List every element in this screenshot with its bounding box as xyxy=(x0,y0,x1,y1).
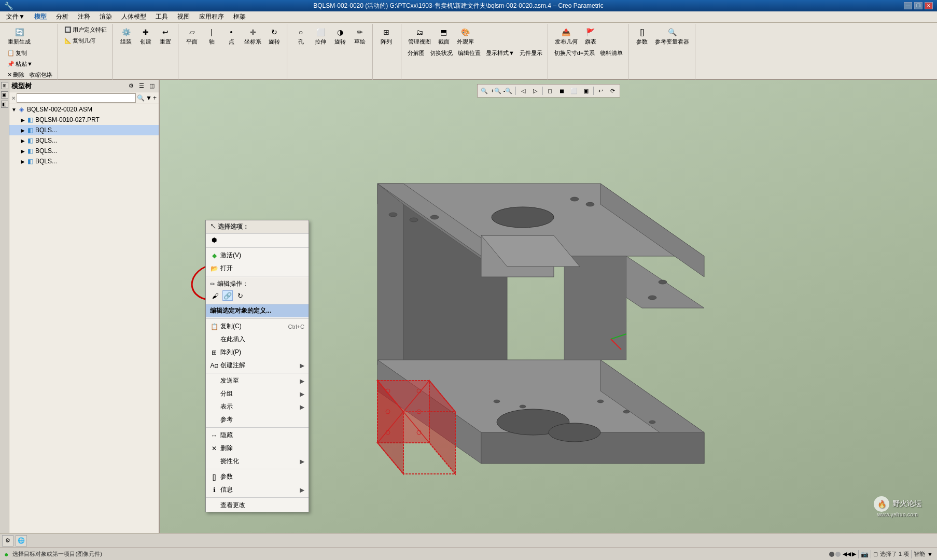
btn-section[interactable]: ⬒ 截面 xyxy=(435,25,453,47)
menu-file[interactable]: 文件▼ xyxy=(2,11,29,22)
ctx-delete[interactable]: ✕ 删除 xyxy=(206,442,309,455)
ctx-array[interactable]: ⊞ 阵列(P) xyxy=(206,346,309,359)
view-normal-btn[interactable]: ◻ xyxy=(544,86,556,96)
btn-axis[interactable]: | 轴 xyxy=(202,25,221,47)
play-back-btn[interactable]: ◀◀ xyxy=(843,551,851,557)
btn-copy-geo[interactable]: 📐 复制几何 xyxy=(62,36,97,46)
ctx-edit-link-btn[interactable]: 🔗 xyxy=(222,290,233,301)
tree-item-5[interactable]: ▶ ◧ BQLS... xyxy=(9,156,159,166)
tree-expand-root[interactable]: ▼ xyxy=(11,107,17,113)
ctx-view-changes[interactable]: 查看更改 xyxy=(206,499,309,512)
view-extra-btn[interactable]: ⟳ xyxy=(607,86,619,96)
zoom-in-btn[interactable]: +🔍 xyxy=(491,86,502,96)
ctx-info[interactable]: ℹ 信息 ▶ xyxy=(206,483,309,496)
minimize-button[interactable]: — xyxy=(904,2,912,9)
btn-extrude[interactable]: ⬜ 拉伸 xyxy=(311,25,330,47)
btn-delete[interactable]: ✕ 删除 xyxy=(5,70,26,80)
sidebar-settings-btn[interactable]: ⚙ xyxy=(127,81,136,91)
btn-hole[interactable]: ○ 孔 xyxy=(291,25,310,47)
menu-analysis[interactable]: 分析 xyxy=(52,11,73,22)
btn-shrink[interactable]: 收缩包络 xyxy=(27,70,54,80)
sidebar-list-btn[interactable]: ☰ xyxy=(137,81,146,91)
select-filter-btn[interactable]: ◻ xyxy=(873,551,878,557)
btn-point[interactable]: • 点 xyxy=(222,25,241,47)
ctx-parameterize[interactable]: 挠性化 ▶ xyxy=(206,455,309,468)
ctx-select-option[interactable]: ⬢ xyxy=(206,234,309,246)
nav-dropdown-btn[interactable]: ▼ xyxy=(927,551,933,557)
search-x-btn[interactable]: ✕ xyxy=(11,95,16,101)
btn-rotate[interactable]: ↻ 旋转 xyxy=(265,25,284,47)
bottom-btn-1[interactable]: ⚙ xyxy=(2,535,13,547)
camera-btn[interactable]: 📷 xyxy=(861,551,869,558)
view-wire-btn[interactable]: ⬜ xyxy=(568,86,580,96)
ctx-create-note[interactable]: Aα 创建注解 ▶ xyxy=(206,359,309,372)
ctx-ref[interactable]: 参考 xyxy=(206,413,309,426)
tree-item-root[interactable]: ▼ ◈ BQLSM-002-0020.ASM xyxy=(9,104,159,115)
btn-create[interactable]: ✚ 创建 xyxy=(136,25,155,47)
search-input[interactable] xyxy=(17,93,136,103)
add-icon[interactable]: + xyxy=(153,94,157,102)
btn-ref-viewer[interactable]: 🔍 参考变量看器 xyxy=(652,25,692,47)
ctx-edit-brush-btn[interactable]: 🖌 xyxy=(210,290,220,301)
prev-view-btn[interactable]: ◁ xyxy=(518,86,529,96)
btn-params[interactable]: [] 参数 xyxy=(633,25,651,47)
ctx-edit-def[interactable]: 编辑选定对象的定义... xyxy=(206,304,309,317)
btn-user-feature[interactable]: 🔲 用户定义特征 xyxy=(62,25,109,35)
view-shaded-btn[interactable]: ◼ xyxy=(556,86,568,96)
play-btn[interactable]: ▶ xyxy=(852,551,856,557)
ctx-insert[interactable]: 在此插入 xyxy=(206,333,309,346)
tree-item-1[interactable]: ▶ ◧ BQLSM-0010-027.PRT xyxy=(9,115,159,125)
ctx-send-to[interactable]: 发送至 ▶ xyxy=(206,374,309,387)
ctx-open[interactable]: 📂 打开 xyxy=(206,262,309,275)
menu-annotation[interactable]: 注释 xyxy=(74,11,94,22)
search-icon[interactable]: 🔍 xyxy=(137,94,145,102)
btn-pattern[interactable]: ⊞ 阵列 xyxy=(377,25,396,47)
ctx-group[interactable]: 分组 ▶ xyxy=(206,387,309,400)
btn-flag[interactable]: 🚩 旗表 xyxy=(581,25,600,47)
btn-assemble[interactable]: ⚙️ 组装 xyxy=(117,25,135,47)
btn-explode[interactable]: 分解图 xyxy=(405,48,427,58)
btn-regenerate[interactable]: 🔄 重新生成 xyxy=(5,25,33,47)
ctx-edit-rotate-btn[interactable]: ↻ xyxy=(235,290,245,301)
ctx-params[interactable]: [] 参数 xyxy=(206,470,309,483)
tree-item-4[interactable]: ▶ ◧ BQLS... xyxy=(9,146,159,156)
sidebar-expand-btn[interactable]: ◫ xyxy=(147,81,157,91)
tree-item-3[interactable]: ▶ ◧ BQLS... xyxy=(9,135,159,146)
filter-icon[interactable]: ▼ xyxy=(146,94,152,102)
menu-frame[interactable]: 框架 xyxy=(229,11,250,22)
ctx-activate[interactable]: ◆ 激活(V) xyxy=(206,249,309,262)
close-button[interactable]: ✕ xyxy=(925,2,933,9)
btn-manage-views[interactable]: 🗂 管理视图 xyxy=(405,25,433,47)
btn-revolve[interactable]: ◑ 旋转 xyxy=(331,25,349,47)
menu-tools[interactable]: 工具 xyxy=(151,11,172,22)
btn-comp-display[interactable]: 元件显示 xyxy=(518,48,544,58)
menu-human[interactable]: 人体模型 xyxy=(117,11,150,22)
btn-appearance[interactable]: 🎨 外观库 xyxy=(454,25,477,47)
view-spin-btn[interactable]: ↩ xyxy=(595,86,607,96)
btn-bom[interactable]: 物料清单 xyxy=(598,48,625,58)
btn-coord[interactable]: ✛ 坐标系 xyxy=(242,25,264,47)
restore-button[interactable]: ❐ xyxy=(914,2,922,9)
btn-plane[interactable]: ▱ 平面 xyxy=(183,25,201,47)
left-strip-btn3[interactable]: ◧ xyxy=(1,101,8,108)
btn-reset[interactable]: ↩ 重置 xyxy=(156,25,175,47)
ctx-display[interactable]: 表示 ▶ xyxy=(206,400,309,413)
next-view-btn[interactable]: ▷ xyxy=(529,86,541,96)
menu-model[interactable]: 模型 xyxy=(30,11,51,22)
tree-expand-4[interactable]: ▶ xyxy=(21,148,25,154)
left-strip-btn1[interactable]: ⊞ xyxy=(1,82,8,89)
btn-toggle-state[interactable]: 切换状况 xyxy=(428,48,455,58)
ctx-hide[interactable]: ↔ 隐藏 xyxy=(206,429,309,442)
menu-view[interactable]: 视图 xyxy=(173,11,194,22)
tree-expand-2[interactable]: ▶ xyxy=(21,128,25,133)
zoom-out-btn[interactable]: -🔍 xyxy=(502,86,514,96)
btn-publish-geo[interactable]: 📤 发布几何 xyxy=(552,25,580,47)
btn-edit-pos[interactable]: 编辑位置 xyxy=(456,48,483,58)
menu-render[interactable]: 渲染 xyxy=(95,11,116,22)
btn-paste[interactable]: 📌 粘贴▼ xyxy=(5,59,35,69)
view-hidden-btn[interactable]: ▣ xyxy=(580,86,592,96)
tree-expand-1[interactable]: ▶ xyxy=(21,117,25,123)
btn-switch-dim[interactable]: 切换尺寸d=关系 xyxy=(552,48,597,58)
tree-expand-5[interactable]: ▶ xyxy=(21,159,25,164)
btn-sketch[interactable]: ✏ 草绘 xyxy=(351,25,369,47)
